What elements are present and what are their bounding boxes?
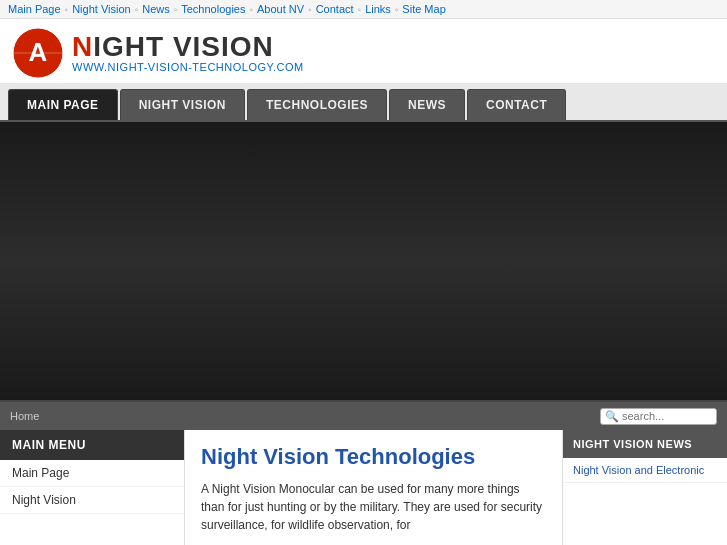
sidebar-item-main-page[interactable]: Main Page xyxy=(0,460,184,487)
hero-banner xyxy=(0,122,727,402)
sep4: ◦ xyxy=(249,4,253,15)
sidebar-link-night-vision[interactable]: Night Vision xyxy=(12,493,76,507)
logo-container: A NIGHT VISION WWW.NIGHT-VISION-TECHNOLO… xyxy=(12,27,304,79)
sidebar-left: MAIN MENU Main Page Night Vision xyxy=(0,430,185,545)
main-content: Night Vision Technologies A Night Vision… xyxy=(185,430,562,545)
sidebar-item-night-vision[interactable]: Night Vision xyxy=(0,487,184,514)
topnav-contact[interactable]: Contact xyxy=(316,3,354,15)
topnav-about-nv[interactable]: About NV xyxy=(257,3,304,15)
top-nav: Main Page ◦ Night Vision ◦ News ◦ Techno… xyxy=(0,0,727,19)
topnav-night-vision[interactable]: Night Vision xyxy=(72,3,131,15)
sep3: ◦ xyxy=(174,4,178,15)
breadcrumb-bar: Home 🔍 xyxy=(0,402,727,430)
sidebar-right: NIGHT VISION NEWS Night Vision and Elect… xyxy=(562,430,727,545)
sidebar-link-main-page[interactable]: Main Page xyxy=(12,466,69,480)
logo-prefix: N xyxy=(72,31,93,62)
content-title: Night Vision Technologies xyxy=(201,444,546,470)
tab-main-page[interactable]: MAIN PAGE xyxy=(8,89,118,120)
sep2: ◦ xyxy=(135,4,139,15)
topnav-technologies[interactable]: Technologies xyxy=(181,3,245,15)
topnav-main-page[interactable]: Main Page xyxy=(8,3,61,15)
news-item-1[interactable]: Night Vision and Electronic xyxy=(563,458,727,483)
search-icon: 🔍 xyxy=(605,410,619,423)
tab-news[interactable]: NEWS xyxy=(389,89,465,120)
sidebar-menu-header: MAIN MENU xyxy=(0,430,184,460)
topnav-sitemap[interactable]: Site Map xyxy=(402,3,445,15)
header: A NIGHT VISION WWW.NIGHT-VISION-TECHNOLO… xyxy=(0,19,727,83)
tab-contact[interactable]: CONTACT xyxy=(467,89,566,120)
topnav-news[interactable]: News xyxy=(142,3,170,15)
search-input[interactable] xyxy=(622,410,712,422)
content-body: A Night Vision Monocular can be used for… xyxy=(201,480,546,534)
sep6: ◦ xyxy=(358,4,362,15)
sep5: ◦ xyxy=(308,4,312,15)
tab-night-vision[interactable]: NIGHT VISION xyxy=(120,89,245,120)
tab-technologies[interactable]: TECHNOLOGIES xyxy=(247,89,387,120)
logo-main: IGHT VISION xyxy=(93,31,274,62)
logo-subtitle: WWW.NIGHT-VISION-TECHNOLOGY.COM xyxy=(72,61,304,73)
search-box[interactable]: 🔍 xyxy=(600,408,717,425)
news-header: NIGHT VISION NEWS xyxy=(563,430,727,458)
sep7: ◦ xyxy=(395,4,399,15)
logo-title: NIGHT VISION xyxy=(72,33,304,61)
svg-text:A: A xyxy=(29,37,48,67)
breadcrumb-home[interactable]: Home xyxy=(10,410,39,422)
sep1: ◦ xyxy=(65,4,69,15)
topnav-links[interactable]: Links xyxy=(365,3,391,15)
main-tabs: MAIN PAGE NIGHT VISION TECHNOLOGIES NEWS… xyxy=(0,83,727,122)
content-area: MAIN MENU Main Page Night Vision Night V… xyxy=(0,430,727,545)
logo-text: NIGHT VISION WWW.NIGHT-VISION-TECHNOLOGY… xyxy=(72,33,304,73)
logo-icon: A xyxy=(12,27,64,79)
